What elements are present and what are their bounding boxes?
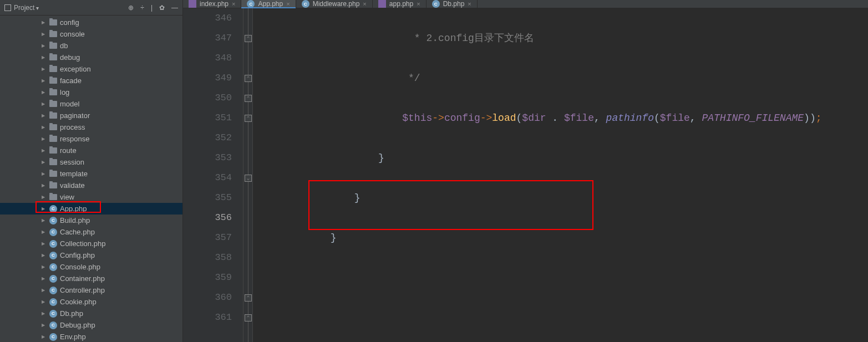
- chevron-right-icon[interactable]: [40, 206, 47, 212]
- php-class-icon: [49, 252, 57, 259]
- tree-file[interactable]: Build.php: [0, 215, 182, 226]
- php-class-icon: [49, 321, 57, 329]
- tree-file[interactable]: Debug.php: [0, 319, 182, 331]
- close-icon[interactable]: ×: [286, 1, 290, 7]
- chevron-right-icon[interactable]: [40, 19, 47, 26]
- chevron-right-icon[interactable]: [40, 54, 47, 61]
- tree-folder[interactable]: config: [0, 17, 182, 28]
- fold-marker-icon[interactable]: ⌄: [245, 175, 252, 182]
- chevron-right-icon[interactable]: [40, 252, 47, 259]
- locate-icon[interactable]: ⊕: [128, 4, 134, 12]
- tab-app-lower[interactable]: app.php×: [373, 0, 427, 8]
- chevron-right-icon[interactable]: [40, 159, 47, 166]
- fold-marker-icon[interactable]: ⌃: [245, 294, 252, 302]
- code-editor[interactable]: 346 347 348 349 350 351 352 353 354 355 …: [183, 8, 868, 342]
- chevron-right-icon[interactable]: [40, 287, 47, 294]
- folder-icon: [49, 159, 57, 165]
- collapse-icon[interactable]: ÷: [140, 4, 144, 12]
- tree-folder[interactable]: db: [0, 40, 182, 52]
- fold-marker-icon[interactable]: ⌃: [245, 314, 252, 321]
- tree-file[interactable]: Cookie.php: [0, 296, 182, 308]
- chevron-right-icon[interactable]: [40, 136, 47, 142]
- tab-middleware[interactable]: Middleware.php×: [296, 0, 373, 8]
- tab-app[interactable]: App.php×: [241, 0, 296, 8]
- chevron-right-icon[interactable]: [40, 217, 47, 224]
- tree-folder[interactable]: model: [0, 98, 182, 110]
- chevron-right-icon[interactable]: [40, 229, 47, 236]
- chevron-right-icon[interactable]: [40, 264, 47, 270]
- tree-folder[interactable]: exception: [0, 63, 182, 75]
- sidebar-title[interactable]: Project: [14, 4, 39, 12]
- tree-folder[interactable]: session: [0, 156, 182, 168]
- line-number: 352: [183, 128, 232, 148]
- chevron-right-icon[interactable]: [40, 322, 47, 329]
- chevron-right-icon[interactable]: [40, 299, 47, 305]
- tree-folder[interactable]: facade: [0, 75, 182, 86]
- chevron-right-icon[interactable]: [40, 31, 47, 38]
- code-content[interactable]: * 2.config目录下文件名 */ $this->config->load(…: [253, 8, 868, 342]
- fold-marker-icon[interactable]: ⌃: [245, 75, 252, 82]
- line-number: 350: [183, 88, 232, 108]
- tree-folder[interactable]: console: [0, 28, 182, 40]
- chevron-right-icon[interactable]: [40, 101, 47, 108]
- php-class-icon: [302, 0, 309, 8]
- fold-marker-icon[interactable]: ⌃: [245, 95, 252, 102]
- close-icon[interactable]: ×: [363, 1, 366, 7]
- tree-folder[interactable]: log: [0, 86, 182, 98]
- php-class-icon: [49, 333, 57, 341]
- chevron-right-icon[interactable]: [40, 147, 47, 154]
- chevron-right-icon[interactable]: [40, 310, 47, 317]
- tree-file[interactable]: Env.php: [0, 331, 182, 342]
- chevron-right-icon[interactable]: [40, 124, 47, 131]
- chevron-right-icon[interactable]: [40, 89, 47, 96]
- chevron-right-icon[interactable]: [40, 334, 47, 340]
- folder-icon: [49, 147, 57, 154]
- token-comma: ,: [690, 113, 702, 124]
- code-comment: * 2.config目录下文件名: [408, 33, 534, 44]
- line-number: 358: [183, 248, 232, 268]
- chevron-right-icon[interactable]: [40, 113, 47, 119]
- close-icon[interactable]: ×: [468, 1, 471, 7]
- tree-file[interactable]: Cache.php: [0, 226, 182, 238]
- tree-file[interactable]: Console.php: [0, 261, 182, 273]
- chevron-right-icon[interactable]: [40, 182, 47, 189]
- tree-file[interactable]: Controller.php: [0, 284, 182, 296]
- tab-db[interactable]: Db.php×: [427, 0, 478, 8]
- php-class-icon: [49, 310, 57, 318]
- chevron-right-icon[interactable]: [40, 275, 47, 282]
- tree-folder[interactable]: debug: [0, 52, 182, 63]
- hide-icon[interactable]: —: [171, 4, 178, 12]
- chevron-right-icon[interactable]: [40, 66, 47, 73]
- tree-folder[interactable]: view: [0, 191, 182, 203]
- folder-icon: [49, 19, 57, 25]
- tab-label: App.php: [258, 0, 283, 8]
- fold-marker-icon[interactable]: ⌃: [245, 35, 252, 42]
- chevron-right-icon[interactable]: [40, 241, 47, 247]
- tree-file-label: Build.php: [60, 216, 90, 224]
- code-comment: */: [402, 73, 420, 84]
- fold-marker-icon[interactable]: ⌃: [245, 115, 252, 122]
- tree-folder[interactable]: route: [0, 145, 182, 156]
- settings-icon[interactable]: ✿: [159, 4, 165, 12]
- tree-file[interactable]: Collection.php: [0, 238, 182, 249]
- close-icon[interactable]: ×: [232, 1, 235, 7]
- tree-folder[interactable]: template: [0, 168, 182, 180]
- token-var: $this: [402, 113, 432, 124]
- tree-file-app[interactable]: App.php: [0, 203, 182, 215]
- tree-folder-label: facade: [60, 76, 82, 85]
- tree-folder[interactable]: paginator: [0, 110, 182, 121]
- chevron-right-icon[interactable]: [40, 171, 47, 177]
- project-icon: [4, 4, 11, 11]
- chevron-right-icon[interactable]: [40, 194, 47, 201]
- line-number: 356: [183, 208, 232, 228]
- tree-file[interactable]: Db.php: [0, 308, 182, 319]
- tab-index[interactable]: index.php×: [183, 0, 241, 8]
- tree-file[interactable]: Config.php: [0, 249, 182, 261]
- tree-file[interactable]: Container.php: [0, 273, 182, 284]
- tree-folder[interactable]: validate: [0, 180, 182, 191]
- tree-folder[interactable]: response: [0, 133, 182, 145]
- chevron-right-icon[interactable]: [40, 78, 47, 84]
- chevron-right-icon[interactable]: [40, 43, 47, 49]
- close-icon[interactable]: ×: [417, 1, 420, 7]
- tree-folder[interactable]: process: [0, 121, 182, 133]
